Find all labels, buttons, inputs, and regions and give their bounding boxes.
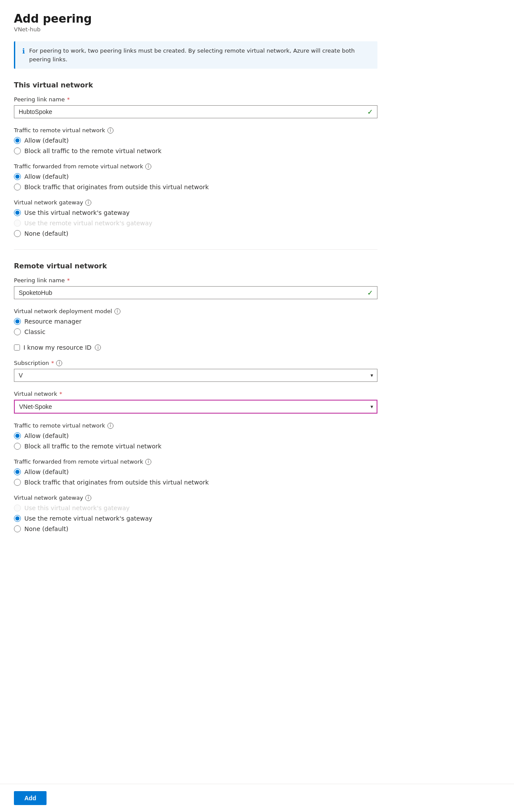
this-peering-link-name-input[interactable]	[14, 105, 377, 118]
required-indicator-3: *	[51, 360, 54, 366]
remote-vng-use-remote[interactable]: Use the remote virtual network's gateway	[14, 515, 377, 522]
remote-traffic-remote-allow[interactable]: Allow (default)	[14, 432, 377, 439]
virtual-network-select-wrapper: VNet-Spoke ▾	[14, 400, 377, 414]
this-peering-link-name-wrapper: ✓	[14, 105, 377, 118]
this-peering-link-name-label: Peering link name *	[14, 96, 377, 103]
deployment-model-group: Virtual network deployment model i Resou…	[14, 308, 377, 335]
virtual-network-select[interactable]: VNet-Spoke	[14, 400, 377, 414]
subscription-label: Subscription * i	[14, 360, 377, 366]
this-traffic-remote-options: Allow (default) Block all traffic to the…	[14, 137, 377, 154]
this-peering-link-name-group: Peering link name * ✓	[14, 96, 377, 118]
info-banner-text: For peering to work, two peering links m…	[29, 47, 370, 63]
add-button[interactable]: Add	[14, 791, 47, 805]
page-title: Add peering	[14, 12, 377, 25]
know-resource-id-checkbox-item[interactable]: I know my resource ID i	[14, 344, 377, 351]
this-vng-label: Virtual network gateway i	[14, 199, 377, 206]
deployment-model-info-icon: i	[114, 308, 120, 314]
remote-vnet-section-title: Remote virtual network	[14, 262, 377, 270]
remote-vng-use-this: Use this virtual network's gateway	[14, 505, 377, 511]
vng-info-icon: i	[85, 200, 91, 206]
this-traffic-forwarded-group: Traffic forwarded from remote virtual ne…	[14, 163, 377, 190]
remote-peering-link-name-label: Peering link name *	[14, 277, 377, 284]
this-vng-none[interactable]: None (default)	[14, 230, 377, 237]
remote-traffic-remote-block[interactable]: Block all traffic to the remote virtual …	[14, 443, 377, 450]
this-vng-group: Virtual network gateway i Use this virtu…	[14, 199, 377, 237]
deployment-model-classic[interactable]: Classic	[14, 328, 377, 335]
remote-vng-options: Use this virtual network's gateway Use t…	[14, 505, 377, 532]
deployment-model-label: Virtual network deployment model i	[14, 308, 377, 314]
remote-vng-none[interactable]: None (default)	[14, 525, 377, 532]
know-resource-id-checkbox[interactable]	[14, 344, 20, 351]
remote-vng-group: Virtual network gateway i Use this virtu…	[14, 495, 377, 532]
required-indicator-2: *	[67, 277, 70, 284]
section-divider	[14, 249, 377, 250]
subscription-group: Subscription * i V ▾	[14, 360, 377, 382]
this-traffic-forwarded-allow[interactable]: Allow (default)	[14, 173, 377, 180]
remote-peering-link-name-wrapper: ✓	[14, 286, 377, 299]
this-vng-use-this[interactable]: Use this virtual network's gateway	[14, 209, 377, 216]
this-traffic-remote-block[interactable]: Block all traffic to the remote virtual …	[14, 147, 377, 154]
this-traffic-remote-group: Traffic to remote virtual network i Allo…	[14, 127, 377, 154]
remote-traffic-forwarded-allow[interactable]: Allow (default)	[14, 468, 377, 475]
remote-vng-info-icon: i	[85, 495, 91, 501]
remote-peering-link-name-group: Peering link name * ✓	[14, 277, 377, 299]
traffic-remote-info-icon: i	[107, 127, 113, 134]
remote-traffic-forwarded-group: Traffic forwarded from remote virtual ne…	[14, 458, 377, 486]
this-traffic-forwarded-options: Allow (default) Block traffic that origi…	[14, 173, 377, 190]
resource-id-info-icon: i	[95, 344, 101, 351]
remote-traffic-forwarded-options: Allow (default) Block traffic that origi…	[14, 468, 377, 486]
deployment-model-options: Resource manager Classic	[14, 318, 377, 335]
remote-peering-link-name-input[interactable]	[14, 286, 377, 299]
this-vng-use-remote: Use the remote virtual network's gateway	[14, 220, 377, 227]
this-traffic-forwarded-label: Traffic forwarded from remote virtual ne…	[14, 163, 377, 170]
virtual-network-label: Virtual network *	[14, 391, 377, 397]
check-icon: ✓	[367, 108, 373, 116]
this-traffic-forwarded-block[interactable]: Block traffic that originates from outsi…	[14, 184, 377, 190]
remote-vng-label: Virtual network gateway i	[14, 495, 377, 501]
traffic-forwarded-info-icon: i	[145, 164, 151, 170]
bottom-bar: Add	[0, 784, 514, 812]
subscription-select[interactable]: V	[14, 369, 377, 382]
info-banner: ℹ For peering to work, two peering links…	[14, 41, 377, 69]
this-vng-options: Use this virtual network's gateway Use t…	[14, 209, 377, 237]
this-vnet-section-title: This virtual network	[14, 81, 377, 89]
this-traffic-remote-allow[interactable]: Allow (default)	[14, 137, 377, 144]
remote-traffic-remote-group: Traffic to remote virtual network i Allo…	[14, 422, 377, 450]
info-icon: ℹ	[22, 47, 25, 55]
remote-traffic-remote-label: Traffic to remote virtual network i	[14, 422, 377, 429]
remote-traffic-forwarded-label: Traffic forwarded from remote virtual ne…	[14, 458, 377, 465]
required-indicator: *	[67, 96, 70, 103]
remote-traffic-remote-info-icon: i	[107, 423, 113, 429]
know-resource-id-group: I know my resource ID i	[14, 344, 377, 351]
deployment-model-resource-manager[interactable]: Resource manager	[14, 318, 377, 325]
remote-traffic-forwarded-block[interactable]: Block traffic that originates from outsi…	[14, 479, 377, 486]
remote-traffic-forwarded-info-icon: i	[145, 459, 151, 465]
this-traffic-remote-label: Traffic to remote virtual network i	[14, 127, 377, 134]
page-subtitle: VNet-hub	[14, 26, 377, 33]
remote-check-icon: ✓	[367, 289, 373, 297]
subscription-info-icon: i	[56, 360, 62, 366]
required-indicator-4: *	[59, 391, 62, 397]
virtual-network-group: Virtual network * VNet-Spoke ▾	[14, 391, 377, 414]
subscription-select-wrapper: V ▾	[14, 369, 377, 382]
remote-traffic-remote-options: Allow (default) Block all traffic to the…	[14, 432, 377, 450]
